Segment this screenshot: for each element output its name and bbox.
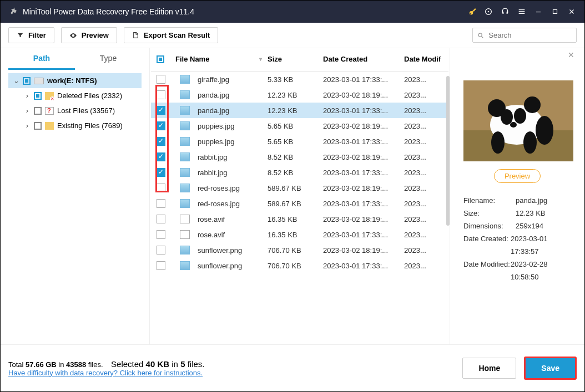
search-box[interactable] <box>472 28 577 43</box>
titlebar: MiniTool Power Data Recovery Free Editio… <box>1 1 584 23</box>
tree-deleted[interactable]: › Deleted Files (2332) <box>8 88 142 103</box>
file-size: 16.35 KB <box>268 231 323 239</box>
caret-right-icon: › <box>24 91 31 100</box>
svg-point-3 <box>478 33 482 36</box>
tree-item-label: Lost Files (33567) <box>57 106 115 115</box>
table-row[interactable]: red-roses.jpg589.67 KB2023-03-01 17:33:.… <box>151 196 448 211</box>
row-checkbox[interactable] <box>157 261 165 270</box>
row-checkbox[interactable] <box>157 168 165 177</box>
help-link[interactable]: Have difficulty with data recovery? Clic… <box>8 369 203 377</box>
table-row[interactable]: rabbit.jpg8.52 KB2023-03-02 18:19:...202… <box>151 149 448 165</box>
meta-created-label: Date Created: <box>463 232 511 258</box>
file-size: 8.52 KB <box>268 169 323 177</box>
table-header: File Name▾ Size Date Created Date Modif <box>151 48 448 72</box>
file-created: 2023-03-01 17:33:... <box>323 231 404 239</box>
file-modified: 2023... <box>404 122 443 130</box>
app-icon <box>8 6 19 17</box>
file-icon <box>180 230 190 239</box>
disc-icon[interactable] <box>480 4 497 19</box>
file-name: panda.jpg <box>198 91 229 99</box>
table-row[interactable]: panda.jpg12.23 KB2023-03-02 18:19:...202… <box>151 87 448 103</box>
file-created: 2023-03-01 17:33:... <box>323 75 404 84</box>
export-button[interactable]: Export Scan Result <box>124 27 218 43</box>
menu-icon[interactable] <box>513 4 530 19</box>
file-icon <box>180 261 190 270</box>
filter-button[interactable]: Filter <box>8 27 54 43</box>
meta-size-label: Size: <box>463 207 516 220</box>
file-modified: 2023... <box>404 184 443 192</box>
table-row[interactable]: rabbit.jpg8.52 KB2023-03-01 17:33:...202… <box>151 165 448 180</box>
key-icon[interactable] <box>463 4 480 19</box>
row-checkbox[interactable] <box>157 199 165 208</box>
meta-dim-value: 259x194 <box>516 220 543 232</box>
preview-thumbnail <box>463 80 573 161</box>
scrollbar[interactable] <box>446 76 450 226</box>
tab-path[interactable]: Path <box>8 48 75 70</box>
close-button[interactable] <box>563 4 580 19</box>
row-checkbox[interactable] <box>157 75 165 84</box>
headset-icon[interactable] <box>497 4 513 19</box>
col-name[interactable]: File Name <box>175 55 209 63</box>
col-created[interactable]: Date Created <box>323 55 404 63</box>
row-checkbox[interactable] <box>157 246 165 254</box>
tree-existing[interactable]: › Existing Files (7689) <box>8 118 142 133</box>
save-button[interactable]: Save <box>524 357 577 380</box>
folder-lost-icon <box>45 107 54 115</box>
row-checkbox[interactable] <box>157 152 165 161</box>
maximize-button[interactable] <box>547 4 563 19</box>
row-checkbox[interactable] <box>157 184 165 192</box>
table-row[interactable]: puppies.jpg5.65 KB2023-03-02 18:19:...20… <box>151 118 448 134</box>
table-row[interactable]: panda.jpg12.23 KB2023-03-01 17:33:...202… <box>151 103 448 118</box>
minimize-button[interactable] <box>530 4 547 19</box>
table-row[interactable]: puppies.jpg5.65 KB2023-03-01 17:33:...20… <box>151 134 448 149</box>
table-row[interactable]: rose.avif16.35 KB2023-03-01 17:33:...202… <box>151 227 448 242</box>
file-name: red-roses.jpg <box>198 200 240 208</box>
preview-metadata: Filename:panda.jpg Size:12.23 KB Dimensi… <box>463 194 571 283</box>
table-row[interactable]: sunflower.png706.70 KB2023-03-02 18:19:.… <box>151 242 448 258</box>
svg-point-8 <box>524 96 541 113</box>
sort-icon: ▾ <box>259 56 262 62</box>
row-checkbox[interactable] <box>157 90 165 99</box>
checkbox-empty[interactable] <box>34 107 42 115</box>
meta-filename-label: Filename: <box>463 194 516 207</box>
preview-button[interactable]: Preview <box>61 27 117 43</box>
checkbox-empty[interactable] <box>34 122 42 130</box>
svg-rect-2 <box>553 10 557 14</box>
file-list: File Name▾ Size Date Created Date Modif … <box>149 48 450 344</box>
row-checkbox[interactable] <box>157 121 165 130</box>
row-checkbox[interactable] <box>157 137 165 146</box>
tree-root[interactable]: ⌄ work(E: NTFS) <box>8 73 142 88</box>
table-row[interactable]: sunflower.png706.70 KB2023-03-01 17:33:.… <box>151 258 448 273</box>
svg-point-9 <box>501 109 513 125</box>
table-row[interactable]: red-roses.jpg589.67 KB2023-03-02 18:19:.… <box>151 180 448 196</box>
file-created: 2023-03-02 18:19:... <box>323 122 404 130</box>
file-icon <box>180 246 190 254</box>
row-checkbox[interactable] <box>157 230 165 239</box>
checkbox-partial[interactable] <box>23 77 31 85</box>
col-size[interactable]: Size <box>268 55 323 63</box>
search-input[interactable] <box>488 31 572 39</box>
meta-modified-value: 2023-02-28 10:58:50 <box>511 258 571 283</box>
file-icon <box>180 215 190 223</box>
table-row[interactable]: rose.avif16.35 KB2023-03-02 18:19:...202… <box>151 211 448 227</box>
row-checkbox[interactable] <box>157 106 165 115</box>
file-modified: 2023... <box>404 215 443 223</box>
file-modified: 2023... <box>404 169 443 177</box>
tab-type[interactable]: Type <box>75 48 142 70</box>
file-name: sunflower.png <box>198 246 242 254</box>
file-icon <box>180 121 190 130</box>
preview-open-button[interactable]: Preview <box>494 169 541 183</box>
sidebar: Path Type ⌄ work(E: NTFS) › Deleted File… <box>8 48 142 344</box>
close-preview-button[interactable]: ✕ <box>568 50 574 59</box>
file-created: 2023-03-02 18:19:... <box>323 246 404 254</box>
row-checkbox[interactable] <box>157 215 165 223</box>
file-modified: 2023... <box>404 246 443 254</box>
checkbox-partial[interactable] <box>34 92 42 100</box>
table-row[interactable]: giraffe.jpg5.33 KB2023-03-01 17:33:...20… <box>151 72 448 87</box>
tree-lost[interactable]: › Lost Files (33567) <box>8 103 142 118</box>
file-size: 589.67 KB <box>268 184 323 192</box>
header-checkbox[interactable] <box>157 55 164 63</box>
home-button[interactable]: Home <box>462 358 516 379</box>
file-created: 2023-03-02 18:19:... <box>323 153 404 161</box>
col-modified[interactable]: Date Modif <box>404 55 443 63</box>
